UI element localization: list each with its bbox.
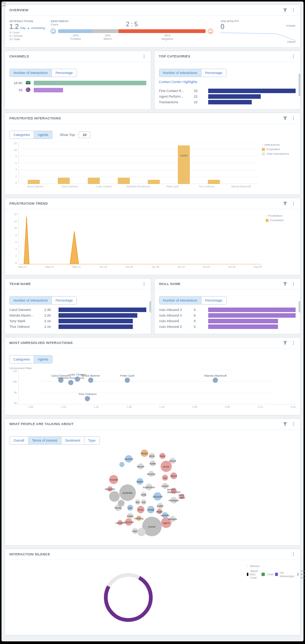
- silence-legend-item[interactable]: Apple Bus. Chat: [247, 569, 260, 579]
- drag-handle[interactable]: [2, 2, 7, 7]
- filter-icon[interactable]: [283, 341, 287, 345]
- unresolved-ylabel: Unresolved Rate: [9, 366, 296, 370]
- filter-icon[interactable]: [283, 422, 287, 426]
- bubble-word[interactable]: terry baker: [179, 494, 185, 499]
- bubble-word[interactable]: dollar: [150, 460, 156, 466]
- tab-num-interactions[interactable]: Number of Interactions: [159, 69, 201, 77]
- svg-rect-23: [88, 178, 100, 184]
- bubble-word[interactable]: farmer: [138, 463, 144, 469]
- svg-text:Thor Odinson: Thor Odinson: [78, 392, 96, 396]
- bubble-word[interactable]: discount: [153, 492, 162, 501]
- bubble-word[interactable]: manager: [170, 497, 177, 504]
- svg-point-2: [293, 11, 294, 12]
- talking-card: WHAT PEOPLE ARE TALKING ABOUT Overall Te…: [5, 418, 300, 546]
- svg-text:Natasha Romanova: Natasha Romanova: [57, 376, 84, 380]
- more-icon[interactable]: [291, 116, 296, 121]
- tab-percentage[interactable]: Percentage: [51, 297, 77, 304]
- bubble-word[interactable]: mary: [159, 453, 165, 459]
- bubble-word[interactable]: [109, 491, 120, 502]
- tab-num-interactions[interactable]: Number of Interactions: [10, 69, 51, 77]
- tab-agents[interactable]: Agents: [34, 131, 52, 139]
- filter-icon[interactable]: [283, 282, 287, 286]
- tab-type[interactable]: Type: [84, 437, 99, 444]
- bubble-word[interactable]: cheryl: [170, 458, 176, 464]
- tab-percentage[interactable]: Percentage: [51, 69, 77, 77]
- tab-num-interactions[interactable]: Number of Interactions: [10, 297, 51, 304]
- scrollbar[interactable]: [299, 301, 300, 312]
- bubble-word[interactable]: customer: [125, 518, 132, 526]
- bubble-word[interactable]: angie: [157, 509, 162, 514]
- sentiment-ratio: 2 : 5: [51, 21, 213, 28]
- svg-rect-6: [26, 81, 30, 84]
- bubble-word[interactable]: service department: [171, 488, 177, 494]
- bubble-word[interactable]: mister: [141, 449, 148, 457]
- bubble-word[interactable]: [119, 462, 125, 467]
- bubble-word[interactable]: brett: [141, 492, 146, 497]
- bubble-word[interactable]: building: [136, 516, 141, 521]
- showtop-input[interactable]: [78, 131, 90, 138]
- bubble-word[interactable]: alice: [149, 453, 155, 459]
- volatility-value: 0: [221, 23, 296, 31]
- bubble-word[interactable]: daughter: [107, 486, 113, 492]
- tab-percentage[interactable]: Percentage: [201, 297, 226, 304]
- bubble-word[interactable]: australia: [119, 484, 136, 501]
- bubble-word[interactable]: butler: [157, 503, 163, 509]
- legend-silence[interactable]: ›Silence: [247, 564, 296, 568]
- overview-title: OVERVIEW: [9, 8, 29, 12]
- silence-title: INTERACTION SILENCE: [9, 552, 50, 556]
- svg-rect-25: [148, 180, 160, 184]
- bubble-word[interactable]: beverly: [148, 471, 154, 477]
- bubble-word[interactable]: roy: [162, 475, 168, 481]
- bubble-word[interactable]: fee: [135, 499, 140, 505]
- contact-center-link[interactable]: Contact Center Highlights: [159, 80, 296, 84]
- bubble-word[interactable]: supervisor: [146, 484, 152, 490]
- bubble-word[interactable]: canada: [170, 516, 176, 522]
- more-icon[interactable]: [291, 201, 296, 206]
- bubble-word[interactable]: bel: [141, 499, 146, 505]
- more-icon[interactable]: [291, 422, 296, 426]
- scrollbar[interactable]: [149, 301, 151, 312]
- top-categories-card: TOP CATEGORIES Number of Interactions Pe…: [154, 51, 301, 110]
- tab-terms[interactable]: Terms of Interest: [28, 437, 61, 444]
- tab-categories[interactable]: Categories: [10, 131, 34, 139]
- more-icon[interactable]: [291, 282, 296, 286]
- filter-icon[interactable]: [283, 8, 287, 12]
- more-icon[interactable]: [291, 341, 296, 345]
- bubble-word[interactable]: website: [162, 512, 168, 518]
- legend-frustration[interactable]: ›Frustration: [266, 214, 296, 217]
- tab-agents[interactable]: Agents: [34, 356, 52, 363]
- bubble-word[interactable]: david: [170, 472, 177, 479]
- bubble-word[interactable]: adam: [137, 478, 143, 485]
- channels-card: CHANNELS Number of Interactions Percenta…: [5, 51, 151, 110]
- more-icon[interactable]: [291, 8, 296, 12]
- more-icon[interactable]: [291, 54, 296, 59]
- tab-categories[interactable]: Categories: [10, 356, 34, 363]
- bubble-word[interactable]: adam: [127, 513, 133, 519]
- bubble-word[interactable]: student: [125, 455, 132, 463]
- tab-num-interactions[interactable]: Number of Interactions: [159, 297, 201, 304]
- silence-legend-item[interactable]: Chat: [261, 573, 273, 576]
- more-icon[interactable]: [142, 54, 146, 59]
- filter-icon[interactable]: [283, 201, 287, 206]
- bubble-word[interactable]: trouble: [109, 475, 118, 484]
- tab-percentage[interactable]: Percentage: [201, 69, 226, 77]
- tab-overall[interactable]: Overall: [10, 437, 28, 444]
- more-icon[interactable]: [291, 552, 296, 557]
- bubble-word[interactable]: error: [137, 506, 144, 513]
- interactions-period: Day: [20, 26, 26, 30]
- unresolved-card: MOST UNRESOLVED INTERACTIONS Categories …: [5, 337, 300, 415]
- bubble-word[interactable]: [137, 528, 146, 536]
- sentiment-bar: [58, 29, 206, 33]
- bubble-word[interactable]: [118, 500, 125, 507]
- svg-point-53: [85, 396, 90, 401]
- silence-legend-item[interactable]: Google Bus. Messa...: [297, 569, 305, 579]
- bubble-word[interactable]: joe: [127, 505, 133, 511]
- legend-interactions[interactable]: ›Interactions: [262, 143, 296, 146]
- bubble-word[interactable]: caroline: [117, 520, 123, 525]
- more-icon[interactable]: [142, 282, 146, 286]
- filter-icon[interactable]: [283, 116, 287, 121]
- bubble-word[interactable]: email: [147, 506, 155, 513]
- scrollbar[interactable]: [299, 74, 300, 96]
- silence-legend-item[interactable]: FB Messenger: [275, 571, 295, 578]
- tab-sentiment[interactable]: Sentiment: [61, 437, 84, 444]
